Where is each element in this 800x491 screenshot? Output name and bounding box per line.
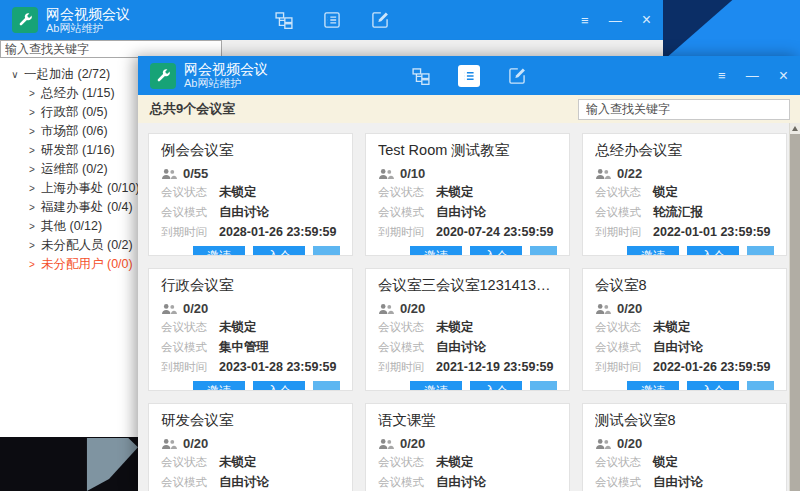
wallpaper-bottom-left <box>0 437 138 491</box>
join-button[interactable]: 入会 <box>687 246 739 256</box>
room-summary-bar: 总共9个会议室 <box>138 95 800 123</box>
expire-row: 到期时间 2023-01-28 23:59:59 <box>161 357 340 377</box>
org-chart-icon[interactable] <box>410 65 432 87</box>
minimize-icon[interactable]: — <box>746 69 759 82</box>
join-button[interactable]: 入会 <box>470 381 522 391</box>
status-row: 会议状态 锁定 <box>595 182 774 202</box>
mode-label: 会议模式 <box>595 205 653 220</box>
room-search-input[interactable] <box>578 99 790 120</box>
mode-value: 自由讨论 <box>219 474 269 491</box>
room-card: 语文课堂 0/20 会议状态 未锁定 会议模式 自由讨论 到期时间 2022-0… <box>365 403 570 491</box>
scroll-up-icon[interactable] <box>792 126 798 131</box>
mode-value: 自由讨论 <box>219 204 269 221</box>
more-button[interactable]: ... <box>530 246 557 256</box>
compose-icon[interactable] <box>369 9 391 31</box>
more-button[interactable]: ... <box>313 381 340 391</box>
people-icon <box>378 303 394 315</box>
room-card: 会议室三会议室123141324141三会议室 0/20 会议状态 未锁定 会议… <box>365 268 570 391</box>
chevron-icon[interactable]: > <box>25 164 39 175</box>
invite-button[interactable]: 邀请 <box>410 381 462 391</box>
room-occupancy: 0/20 <box>400 301 425 316</box>
chevron-icon[interactable]: > <box>25 240 39 251</box>
chevron-icon[interactable]: > <box>25 259 39 270</box>
people-icon <box>161 303 177 315</box>
scrollbar-thumb[interactable] <box>790 134 800 491</box>
minimize-icon[interactable]: — <box>609 14 622 27</box>
chevron-icon[interactable]: > <box>25 221 39 232</box>
card-actions: 邀请 入会 ... <box>378 246 557 256</box>
expire-value: 2028-01-26 23:59:59 <box>219 225 336 239</box>
invite-button[interactable]: 邀请 <box>410 246 462 256</box>
mode-row: 会议模式 自由讨论 <box>161 472 340 491</box>
more-button[interactable]: ... <box>530 381 557 391</box>
meeting-list-icon-active[interactable] <box>458 65 480 87</box>
status-label: 会议状态 <box>161 455 219 470</box>
chevron-icon[interactable]: ∨ <box>8 69 22 80</box>
room-occupancy: 0/55 <box>183 166 208 181</box>
menu-icon[interactable]: ≡ <box>581 14 589 27</box>
occupancy-row: 0/20 <box>595 300 774 317</box>
status-value: 锁定 <box>653 184 678 201</box>
chevron-icon[interactable]: > <box>25 202 39 213</box>
chevron-icon[interactable]: > <box>25 145 39 156</box>
expire-row: 到期时间 2028-01-26 23:59:59 <box>161 222 340 242</box>
app-subtitle: Ab网站维护 <box>184 77 268 90</box>
room-card: 研发会议室 0/20 会议状态 未锁定 会议模式 自由讨论 到期时间 2022-… <box>148 403 353 491</box>
compose-icon[interactable] <box>506 65 528 87</box>
join-button[interactable]: 入会 <box>470 246 522 256</box>
tree-item-label: 未分配人员 (0/2) <box>41 237 133 254</box>
foreground-window-controls: ≡ — × <box>718 68 788 84</box>
vertical-scrollbar[interactable] <box>789 123 800 491</box>
org-chart-icon[interactable] <box>273 9 295 31</box>
room-occupancy: 0/20 <box>617 301 642 316</box>
more-button[interactable]: ... <box>313 246 340 256</box>
wrench-logo-icon <box>150 63 176 89</box>
occupancy-row: 0/20 <box>161 300 340 317</box>
invite-button[interactable]: 邀请 <box>193 246 245 256</box>
chevron-icon[interactable]: > <box>25 183 39 194</box>
expire-label: 到期时间 <box>595 225 653 240</box>
card-actions: 邀请 入会 ... <box>595 381 774 391</box>
background-window-controls: ≡ — × <box>581 12 651 28</box>
room-name: 例会会议室 <box>161 141 340 160</box>
join-button[interactable]: 入会 <box>687 381 739 391</box>
people-icon <box>378 168 394 180</box>
close-icon[interactable]: × <box>779 68 788 84</box>
close-icon[interactable]: × <box>642 12 651 28</box>
tree-item-label: 行政部 (0/5) <box>41 104 108 121</box>
room-name: Test Room 测试教室 <box>378 141 557 160</box>
room-name: 行政会议室 <box>161 276 340 295</box>
room-card: 会议室8 0/20 会议状态 未锁定 会议模式 自由讨论 到期时间 2022-0… <box>582 268 787 391</box>
join-button[interactable]: 入会 <box>253 381 305 391</box>
people-icon <box>595 303 611 315</box>
menu-icon[interactable]: ≡ <box>718 69 726 82</box>
room-occupancy: 0/20 <box>183 301 208 316</box>
join-button[interactable]: 入会 <box>253 246 305 256</box>
tree-item-label: 市场部 (0/6) <box>41 123 108 140</box>
room-card: Test Room 测试教室 0/10 会议状态 未锁定 会议模式 自由讨论 到… <box>365 133 570 256</box>
invite-button[interactable]: 邀请 <box>627 246 679 256</box>
more-button[interactable]: ... <box>747 246 774 256</box>
chevron-icon[interactable]: > <box>25 107 39 118</box>
status-value: 未锁定 <box>436 454 474 471</box>
chevron-icon[interactable]: > <box>25 126 39 137</box>
invite-button[interactable]: 邀请 <box>627 381 679 391</box>
mode-label: 会议模式 <box>595 340 653 355</box>
mode-row: 会议模式 自由讨论 <box>595 337 774 357</box>
status-value: 未锁定 <box>219 184 257 201</box>
meeting-list-icon[interactable] <box>321 9 343 31</box>
invite-button[interactable]: 邀请 <box>193 381 245 391</box>
mode-value: 自由讨论 <box>653 339 703 356</box>
expire-label: 到期时间 <box>161 225 219 240</box>
chevron-icon[interactable]: > <box>25 88 39 99</box>
mode-label: 会议模式 <box>161 475 219 490</box>
mode-label: 会议模式 <box>595 475 653 490</box>
room-occupancy: 0/20 <box>183 436 208 451</box>
status-value: 未锁定 <box>653 319 691 336</box>
more-button[interactable]: ... <box>747 381 774 391</box>
status-label: 会议状态 <box>161 185 219 200</box>
foreground-window: 网会视频会议 Ab网站维护 ≡ — × 总共9个会议室 <box>138 56 800 491</box>
status-label: 会议状态 <box>378 320 436 335</box>
status-row: 会议状态 锁定 <box>595 452 774 472</box>
wallpaper-navy-shape <box>662 0 800 58</box>
